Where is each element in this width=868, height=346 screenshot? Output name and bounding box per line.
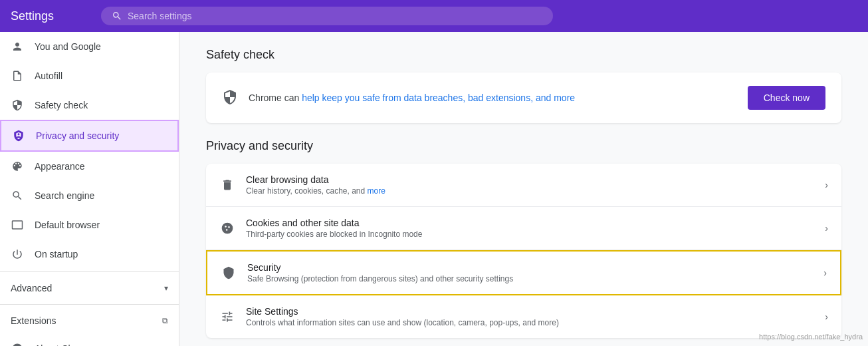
sidebar: You and Google Autofill Safety check Pri… [0,32,179,346]
safety-card-description: Chrome can help keep you safe from data … [249,92,737,103]
site-settings-desc: Controls what information sites can use … [246,318,814,327]
sidebar-divider2 [0,304,179,305]
settings-item-clear-browsing[interactable]: Clear browsing data Clear history, cooki… [206,164,841,207]
svg-point-3 [226,229,228,231]
watermark: https://blog.csdn.net/fake_hydra [759,333,863,341]
safety-check-card: Chrome can help keep you safe from data … [206,73,841,123]
sidebar-label-default-browser: Default browser [35,220,100,230]
safety-link[interactable]: help keep you safe from data breaches, b… [302,92,575,103]
sidebar-label-safety-check: Safety check [35,100,88,110]
settings-title: Settings [11,9,90,23]
security-title: Security [247,262,813,273]
topbar: Settings [0,0,868,32]
sidebar-label-autofill: Autofill [35,71,62,81]
sidebar-item-default-browser[interactable]: Default browser [0,210,179,240]
security-desc: Safe Browsing (protection from dangerous… [247,274,813,283]
sidebar-label-appearance: Appearance [35,161,85,172]
sidebar-label-search-engine: Search engine [35,190,94,201]
settings-item-content-security: Security Safe Browsing (protection from … [247,262,813,283]
palette-icon [11,160,24,173]
settings-item-content-cookies: Cookies and other site data Third-party … [246,218,814,239]
trash-icon [219,177,235,193]
svg-point-0 [222,223,233,234]
cookies-title: Cookies and other site data [246,218,814,228]
chevron-right-icon3: › [823,267,827,278]
settings-item-content-clear-browsing: Clear browsing data Clear history, cooki… [246,174,814,196]
main-content: Safety check Chrome can help keep you sa… [179,32,868,346]
chevron-right-icon4: › [825,311,828,322]
sidebar-label-privacy-security: Privacy and security [36,130,119,141]
autofill-icon [11,69,24,83]
site-settings-title: Site Settings [246,306,814,317]
sidebar-divider [0,271,179,272]
about-icon [11,342,24,346]
sidebar-label-about-chrome: About Chrome [35,343,94,346]
sidebar-item-search-engine[interactable]: Search engine [0,181,179,210]
chevron-down-icon: ▾ [164,283,168,293]
privacy-security-title: Privacy and security [206,139,841,153]
sliders-icon [219,309,235,325]
shield-icon [11,98,24,112]
cookie-icon [219,220,235,236]
svg-point-2 [228,226,230,228]
sidebar-label-extensions: Extensions [11,315,56,326]
sidebar-item-appearance[interactable]: Appearance [0,152,179,181]
layout: You and Google Autofill Safety check Pri… [0,32,868,346]
search-settings-icon [11,189,24,202]
shield-lock-icon [12,129,25,142]
cookies-desc: Third-party cookies are blocked in Incog… [246,230,814,239]
sidebar-item-advanced[interactable]: Advanced ▾ [0,275,179,301]
sidebar-item-extensions[interactable]: Extensions ⧉ [0,307,179,334]
settings-item-security[interactable]: Security Safe Browsing (protection from … [206,250,841,295]
sidebar-label-advanced: Advanced [11,283,52,293]
sidebar-item-autofill[interactable]: Autofill [0,61,179,90]
chevron-right-icon: › [825,180,828,190]
check-now-button[interactable]: Check now [748,86,825,110]
security-shield-icon [221,265,237,281]
safety-check-title: Safety check [206,48,841,62]
browser-icon [11,218,24,232]
power-icon [11,248,24,261]
settings-item-content-site-settings: Site Settings Controls what information … [246,306,814,327]
sidebar-item-about-chrome[interactable]: About Chrome [0,334,179,346]
privacy-settings-list: Clear browsing data Clear history, cooki… [206,164,841,338]
search-icon [112,11,122,21]
clear-more-link[interactable]: more [368,186,385,196]
sidebar-item-privacy-security[interactable]: Privacy and security [0,120,179,152]
clear-browsing-title: Clear browsing data [246,174,814,185]
safety-shield-icon [222,89,238,107]
sidebar-label-you-and-google: You and Google [35,41,101,52]
search-input[interactable] [128,11,542,21]
sidebar-item-safety-check[interactable]: Safety check [0,90,179,120]
search-bar-container [101,7,553,25]
chevron-right-icon2: › [825,223,828,234]
sidebar-label-on-startup: On startup [35,249,78,260]
sidebar-item-you-and-google[interactable]: You and Google [0,32,179,61]
svg-point-1 [225,226,227,228]
person-icon [11,40,24,53]
clear-browsing-desc: Clear history, cookies, cache, and more [246,186,814,196]
settings-item-site-settings[interactable]: Site Settings Controls what information … [206,295,841,338]
external-link-icon: ⧉ [162,316,168,325]
settings-item-cookies[interactable]: Cookies and other site data Third-party … [206,207,841,250]
sidebar-item-on-startup[interactable]: On startup [0,240,179,269]
